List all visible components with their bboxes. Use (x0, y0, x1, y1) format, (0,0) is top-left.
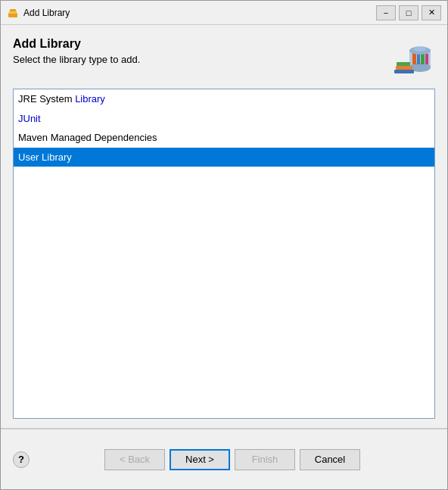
jre-text: JRE System Library (18, 93, 105, 105)
library-illustration (393, 37, 435, 80)
junit-text: JUnit (18, 113, 41, 124)
minimize-button[interactable]: − (376, 5, 396, 20)
window-title: Add Library (23, 8, 376, 18)
list-item-junit[interactable]: JUnit (14, 109, 434, 129)
page-subtitle: Select the library type to add. (13, 54, 140, 65)
library-type-list[interactable]: JRE System Library JUnit Maven Managed D… (13, 89, 435, 419)
page-title: Add Library (13, 37, 140, 51)
list-item-jre[interactable]: JRE System Library (14, 89, 434, 109)
list-item-user[interactable]: User Library (14, 148, 434, 167)
svg-rect-14 (397, 62, 410, 66)
user-text: User Library (18, 151, 72, 163)
svg-rect-7 (417, 53, 420, 64)
window-icon (7, 7, 19, 19)
content-area: Add Library Select the library type to a… (1, 25, 447, 428)
help-button[interactable]: ? (13, 451, 30, 468)
header-section: Add Library Select the library type to a… (13, 37, 435, 80)
svg-rect-12 (396, 66, 412, 70)
add-library-window: Add Library − □ ✕ Add Library Select the… (0, 0, 448, 490)
finish-button[interactable]: Finish (235, 449, 295, 470)
svg-point-11 (414, 47, 426, 51)
cancel-button[interactable]: Cancel (300, 449, 360, 470)
maximize-button[interactable]: □ (399, 5, 418, 20)
svg-rect-13 (394, 70, 414, 73)
back-button[interactable]: < Back (104, 449, 165, 470)
header-text: Add Library Select the library type to a… (13, 37, 140, 65)
window-controls: − □ ✕ (376, 5, 441, 20)
list-item-maven[interactable]: Maven Managed Dependencies (14, 128, 434, 148)
close-button[interactable]: ✕ (422, 5, 441, 20)
title-bar: Add Library − □ ✕ (1, 1, 447, 25)
footer-left: ? (13, 451, 30, 468)
footer-buttons: < Back Next > Finish Cancel (30, 449, 435, 470)
maven-text: Maven Managed Dependencies (18, 132, 157, 143)
footer-area: ? < Back Next > Finish Cancel (1, 429, 447, 489)
next-button[interactable]: Next > (170, 449, 230, 470)
svg-rect-9 (425, 54, 428, 64)
svg-rect-2 (10, 9, 16, 11)
